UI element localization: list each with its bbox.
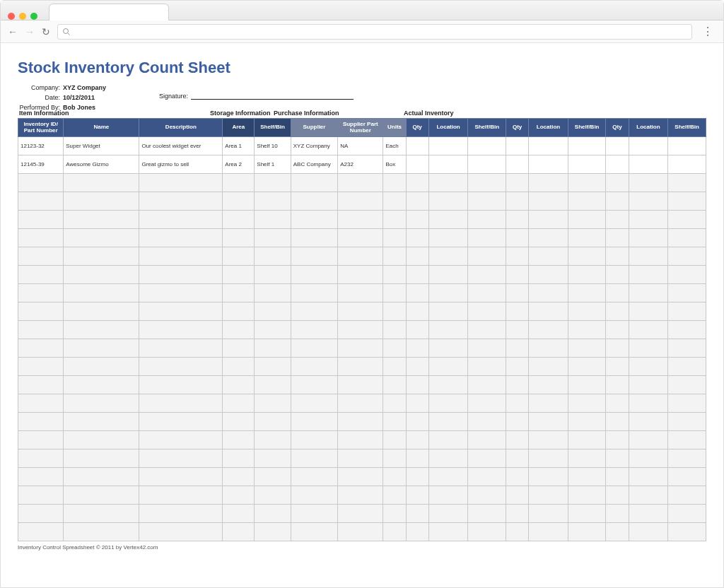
table-cell[interactable]: [668, 247, 706, 266]
table-cell[interactable]: [506, 486, 529, 505]
table-cell[interactable]: [668, 394, 706, 413]
table-cell[interactable]: [668, 376, 706, 394]
table-cell[interactable]: [428, 449, 468, 468]
table-cell[interactable]: [529, 505, 568, 523]
table-cell[interactable]: [338, 266, 383, 284]
table-cell[interactable]: [223, 339, 255, 358]
table-cell[interactable]: [568, 394, 606, 413]
table-cell[interactable]: [529, 449, 568, 468]
table-cell[interactable]: [529, 266, 568, 284]
table-cell[interactable]: [406, 505, 428, 523]
back-icon[interactable]: ←: [8, 26, 18, 37]
table-cell[interactable]: [139, 174, 223, 192]
table-cell[interactable]: [64, 449, 139, 468]
table-cell[interactable]: [139, 284, 223, 302]
table-cell[interactable]: [406, 192, 428, 211]
table-cell[interactable]: [629, 137, 668, 155]
table-cell[interactable]: [606, 339, 629, 358]
table-cell[interactable]: [406, 431, 428, 449]
table-cell[interactable]: [506, 284, 529, 302]
table-cell[interactable]: [529, 523, 568, 541]
table-cell[interactable]: [223, 302, 255, 321]
table-cell[interactable]: Each: [383, 137, 406, 155]
table-cell[interactable]: [338, 358, 383, 376]
table-cell[interactable]: [468, 358, 506, 376]
table-cell[interactable]: [255, 174, 291, 192]
table-cell[interactable]: [64, 266, 139, 284]
table-cell[interactable]: [506, 505, 529, 523]
table-cell[interactable]: [568, 174, 606, 192]
table-cell[interactable]: [338, 284, 383, 302]
table-cell[interactable]: [18, 339, 64, 358]
table-cell[interactable]: [668, 358, 706, 376]
table-cell[interactable]: [568, 284, 606, 302]
table-cell[interactable]: [338, 376, 383, 394]
table-cell[interactable]: [255, 505, 291, 523]
table-cell[interactable]: [338, 505, 383, 523]
table-cell[interactable]: [629, 413, 668, 431]
table-cell[interactable]: [428, 192, 468, 211]
minimize-window-icon[interactable]: [19, 13, 26, 20]
table-cell[interactable]: [64, 229, 139, 247]
table-cell[interactable]: [668, 431, 706, 449]
table-cell[interactable]: [668, 486, 706, 505]
table-cell[interactable]: [338, 339, 383, 358]
table-cell[interactable]: [18, 394, 64, 413]
table-cell[interactable]: [383, 449, 406, 468]
table-cell[interactable]: [606, 431, 629, 449]
table-cell[interactable]: [139, 486, 223, 505]
table-cell[interactable]: [64, 376, 139, 394]
table-cell[interactable]: [606, 211, 629, 229]
table-cell[interactable]: [18, 284, 64, 302]
table-cell[interactable]: [64, 523, 139, 541]
table-cell[interactable]: [568, 137, 606, 155]
table-cell[interactable]: [383, 247, 406, 266]
table-cell[interactable]: [606, 449, 629, 468]
table-cell[interactable]: [506, 468, 529, 486]
table-cell[interactable]: [606, 505, 629, 523]
table-cell[interactable]: [255, 468, 291, 486]
table-cell[interactable]: [383, 523, 406, 541]
table-cell[interactable]: [568, 468, 606, 486]
table-cell[interactable]: [468, 229, 506, 247]
table-cell[interactable]: [668, 523, 706, 541]
table-cell[interactable]: [506, 302, 529, 321]
table-cell[interactable]: [223, 505, 255, 523]
table-cell[interactable]: [428, 247, 468, 266]
table-cell[interactable]: ABC Company: [291, 155, 337, 174]
table-cell[interactable]: [223, 431, 255, 449]
table-cell[interactable]: [606, 284, 629, 302]
table-cell[interactable]: [529, 247, 568, 266]
table-cell[interactable]: [383, 339, 406, 358]
table-cell[interactable]: [629, 302, 668, 321]
table-cell[interactable]: [255, 339, 291, 358]
table-cell[interactable]: [139, 358, 223, 376]
table-cell[interactable]: [255, 376, 291, 394]
table-cell[interactable]: [383, 358, 406, 376]
table-cell[interactable]: [255, 413, 291, 431]
table-cell[interactable]: [291, 192, 337, 211]
table-cell[interactable]: [18, 449, 64, 468]
table-cell[interactable]: [668, 229, 706, 247]
table-cell[interactable]: [668, 137, 706, 155]
table-cell[interactable]: [291, 468, 337, 486]
table-cell[interactable]: [629, 449, 668, 468]
table-cell[interactable]: [383, 302, 406, 321]
table-cell[interactable]: [428, 376, 468, 394]
table-cell[interactable]: [223, 321, 255, 339]
table-cell[interactable]: [468, 505, 506, 523]
table-cell[interactable]: [223, 266, 255, 284]
table-cell[interactable]: [406, 339, 428, 358]
table-cell[interactable]: [629, 284, 668, 302]
table-cell[interactable]: [383, 505, 406, 523]
table-cell[interactable]: [255, 302, 291, 321]
table-cell[interactable]: [338, 302, 383, 321]
table-cell[interactable]: [468, 321, 506, 339]
table-cell[interactable]: [383, 321, 406, 339]
table-cell[interactable]: [506, 413, 529, 431]
table-cell[interactable]: [468, 376, 506, 394]
table-cell[interactable]: [629, 321, 668, 339]
table-cell[interactable]: NA: [338, 137, 383, 155]
table-cell[interactable]: [506, 137, 529, 155]
table-cell[interactable]: [506, 155, 529, 174]
